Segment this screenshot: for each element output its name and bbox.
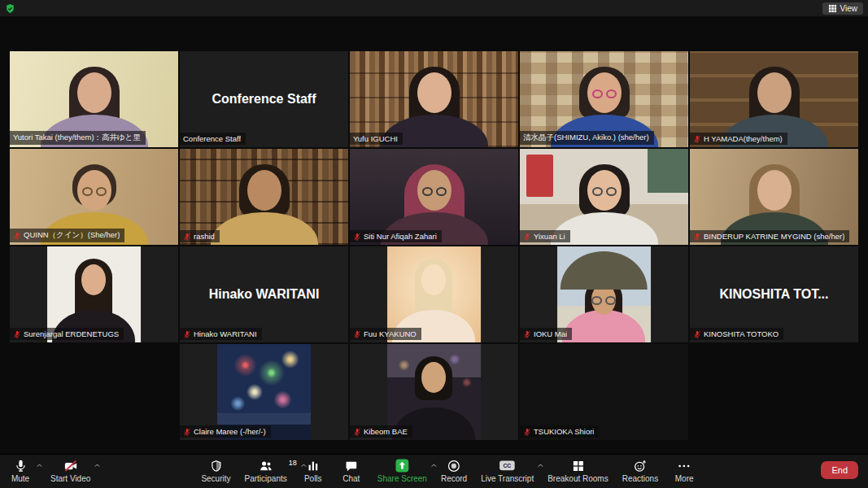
video-grid-row: Claire Maree (-/her/-)Kibeom BAETSUKIOKA… [10,344,858,440]
chat-bubble-icon [345,458,358,473]
participant-name-label: KINOSHITA TOTOKO [690,328,783,340]
participant-name-label: BINDERUP KATRINE MYGIND (she/her) [690,230,849,242]
participant-count-badge: 18 [289,459,297,467]
participant-tile[interactable]: Hinako WARITANIHinako WARITANI [180,246,348,342]
security-shield-icon [209,458,222,473]
video-grid-row: Yutori Takai (they/them)：高井ゆと里Conference… [10,51,858,147]
muted-mic-icon [183,233,191,241]
cc-icon: CC [499,458,516,473]
muted-mic-icon [13,232,21,240]
video-grid-row: Surenjargal ERDENETUGSHinako WARITANIHin… [10,246,858,342]
meeting-toolbar: MuteStart Video Security18ParticipantsPo… [0,454,868,488]
participant-name: BINDERUP KATRINE MYGIND (she/her) [704,232,844,241]
participant-tile[interactable]: Yixuan Li [520,149,688,245]
muted-mic-icon [523,233,531,241]
encryption-shield-icon[interactable] [5,2,15,15]
participant-name: Kibeom BAE [364,427,408,436]
participant-display-name: Hinako WARITANI [209,287,320,302]
video-grid-row: QUINN（クイン）(She/her)rashidSiti Nur Afiqah… [10,149,858,245]
mute-chevron-up-icon[interactable] [36,462,43,469]
participant-tile[interactable]: Yufu IGUCHI [350,51,518,147]
participant-name: Yufu IGUCHI [353,134,398,143]
toolbar-button-label: More [675,474,694,483]
toolbar-button-label: Mute [11,474,29,483]
svg-text:CC: CC [504,463,512,468]
muted-mic-icon [523,428,531,436]
participant-name-label: 清水晶子(SHIMIZU, Akiko.) (she/her) [520,131,654,145]
top-bar: View [0,0,868,16]
microphone-icon [14,458,28,473]
breakout-rooms-icon [571,458,584,473]
participant-tile[interactable]: Surenjargal ERDENETUGS [10,246,178,342]
participant-name: Yutori Takai (they/them)：高井ゆと里 [13,133,141,143]
participant-tile[interactable]: KINOSHITA TOT...KINOSHITA TOTOKO [690,246,858,342]
participant-name-label: Conference Staff [180,133,246,145]
participant-name-label: Yufu IGUCHI [350,133,403,145]
live-transcript-chevron-up-icon[interactable] [537,462,544,469]
toolbar-mute-button[interactable]: Mute [8,458,33,483]
participant-name: TSUKIOKA Shiori [534,427,594,436]
toolbar-reactions-button[interactable]: Reactions [622,458,658,483]
participant-name: rashid [194,232,215,241]
toolbar-button-label: Participants [245,474,287,483]
participant-name-label: H YAMADA(they/them) [690,133,787,145]
participant-tile[interactable]: TSUKIOKA Shiori [520,344,688,440]
participant-name-label: Hinako WARITANI [180,328,262,340]
toolbar-button-label: Live Transcript [481,474,534,483]
video-grid: Yutori Takai (they/them)：高井ゆと里Conference… [10,51,858,442]
toolbar-button-label: Start Video [50,474,90,483]
participant-tile[interactable]: rashid [180,149,348,245]
participant-tile[interactable]: IOKU Mai [520,246,688,342]
muted-mic-icon [353,233,361,241]
participant-tile[interactable]: Claire Maree (-/her/-) [180,344,348,440]
start-video-chevron-up-icon[interactable] [94,462,101,469]
participant-name-label: rashid [180,230,220,242]
participant-name-label: Kibeom BAE [350,425,412,438]
toolbar-chat-button[interactable]: Chat [339,458,364,483]
polls-bar-chart-icon [307,458,320,473]
participant-name: Conference Staff [183,134,241,143]
participant-display-name: KINOSHITA TOT... [720,287,829,302]
toolbar-security-button[interactable]: Security [201,458,230,483]
participant-tile[interactable]: Siti Nur Afiqah Zahari [350,149,518,245]
end-meeting-button[interactable]: End [821,461,858,479]
participant-name: H YAMADA(they/them) [704,134,783,143]
view-button-label: View [840,4,858,13]
toolbar-live-transcript-button[interactable]: CCLive Transcript [481,458,534,483]
participant-tile[interactable]: H YAMADA(they/them) [690,51,858,147]
toolbar-breakout-rooms-button[interactable]: Breakout Rooms [547,458,608,483]
participant-name: Hinako WARITANI [194,329,257,338]
participant-tile[interactable]: Fuu KYAKUNO [350,246,518,342]
toolbar-record-button[interactable]: Record [441,458,467,483]
muted-mic-icon [693,233,701,241]
toolbar-center-group: Security18ParticipantsPollsChatShare Scr… [201,458,696,483]
toolbar-more-button[interactable]: More [672,458,696,483]
record-icon [447,458,461,473]
toolbar-button-label: Reactions [622,474,658,483]
muted-mic-icon [353,330,361,338]
participant-name: 清水晶子(SHIMIZU, Akiko.) (she/her) [523,133,649,143]
toolbar-button-label: Share Screen [377,474,427,483]
participant-tile[interactable]: Conference StaffConference Staff [180,51,348,147]
toolbar-polls-button[interactable]: Polls [301,458,325,483]
participant-name-label: Yixuan Li [520,230,570,242]
participant-tile[interactable]: Yutori Takai (they/them)：高井ゆと里 [10,51,178,147]
participant-tile[interactable]: BINDERUP KATRINE MYGIND (she/her) [690,149,858,245]
participant-tile[interactable]: QUINN（クイン）(She/her) [10,149,178,245]
participant-tile[interactable]: 清水晶子(SHIMIZU, Akiko.) (she/her) [520,51,688,147]
view-button[interactable]: View [822,2,864,15]
camera-off-icon [63,458,78,473]
share-screen-chevron-up-icon[interactable] [430,462,438,469]
toolbar-share-screen-button[interactable]: Share Screen [377,458,427,483]
participant-name: Fuu KYAKUNO [364,329,417,338]
participant-tile[interactable]: Kibeom BAE [350,344,518,440]
reactions-icon [633,458,648,473]
grid-view-icon [828,4,837,13]
participant-name-label: Yutori Takai (they/them)：高井ゆと里 [10,131,146,145]
participant-name: KINOSHITA TOTOKO [704,329,779,338]
participant-name-label: Surenjargal ERDENETUGS [10,328,124,340]
participant-name: Claire Maree (-/her/-) [194,427,266,436]
participant-name: IOKU Mai [534,329,567,338]
toolbar-start-video-button[interactable]: Start Video [50,458,90,483]
toolbar-participants-button[interactable]: 18Participants [245,458,287,483]
